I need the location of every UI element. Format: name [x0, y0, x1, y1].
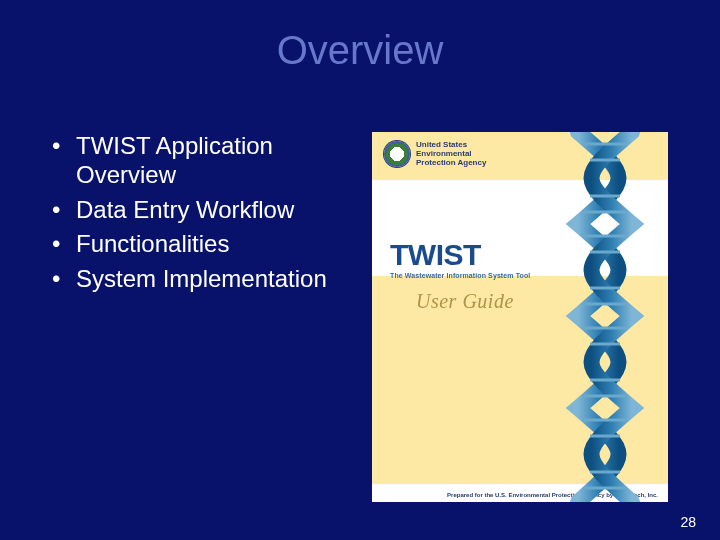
epa-line: Environmental	[416, 149, 486, 158]
twist-logo: TWIST	[390, 240, 550, 270]
list-item: Data Entry Workflow	[48, 196, 358, 225]
user-guide-label: User Guide	[416, 290, 514, 313]
list-item: TWIST Application Overview	[48, 132, 358, 190]
slide-title: Overview	[0, 28, 720, 73]
epa-seal-icon	[384, 141, 410, 167]
twist-subtitle: The Wastewater Information System Tool	[390, 272, 550, 279]
epa-block: United States Environmental Protection A…	[384, 140, 486, 168]
epa-line: Protection Agency	[416, 158, 486, 167]
content-area: TWIST Application Overview Data Entry Wo…	[48, 132, 358, 300]
bullet-list: TWIST Application Overview Data Entry Wo…	[48, 132, 358, 294]
logo-area: TWIST The Wastewater Information System …	[390, 240, 550, 279]
epa-text: United States Environmental Protection A…	[416, 140, 486, 168]
list-item: System Implementation	[48, 265, 358, 294]
list-item: Functionalities	[48, 230, 358, 259]
slide: Overview TWIST Application Overview Data…	[0, 0, 720, 540]
page-number: 28	[680, 514, 696, 530]
epa-line: United States	[416, 140, 486, 149]
dna-helix-icon	[560, 132, 650, 502]
cover-image: United States Environmental Protection A…	[372, 132, 668, 502]
